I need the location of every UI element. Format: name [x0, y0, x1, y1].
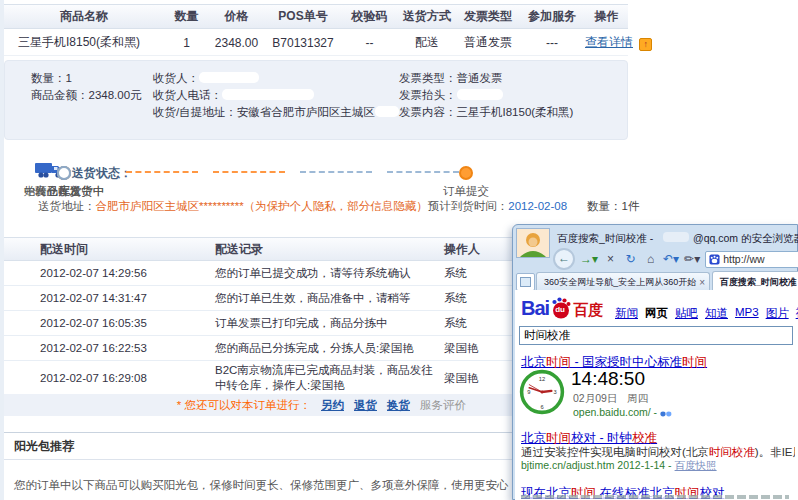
log-record: 您的商品已分拣完成，分拣人员:梁国艳 [200, 339, 436, 358]
new-tab-button[interactable] [516, 273, 535, 291]
redacted-value [375, 106, 399, 117]
actions-prompt: * 您还可以对本订单进行： [177, 398, 311, 413]
baidu-cache-link[interactable]: 百度快照 [675, 459, 717, 471]
privacy-note: （为保护个人隐私，部分信息隐藏） [244, 199, 428, 214]
forward-icon[interactable]: →▾ [580, 251, 598, 267]
order-table-header-cell: 参加服务 [519, 8, 585, 25]
baidu-nav-item[interactable]: 网页 [645, 306, 668, 321]
browser-viewport: Bai du 百度 新闻网页贴吧知道MP3图片视频 [515, 290, 798, 500]
package-quantity: 数量：1件 [587, 199, 639, 214]
log-time: 2012-02-07 16:29:08 [4, 372, 200, 384]
log-time: 2012-02-07 16:22:53 [4, 342, 200, 354]
qq-browser-window: 百度搜索_时间校准 - @qq.com 的安全浏览器 ←→▾×↻⌂↶▾✏▾ ht… [512, 224, 798, 500]
tracker-step-label: 订单提交 [406, 184, 526, 199]
baidu-nav-item[interactable]: 贴吧 [675, 306, 698, 321]
result-2-url: bjtime.cn/adjust.htm 2012-1-14 -百度快照 [521, 459, 717, 473]
order-table-header-cell: 数量 [164, 8, 209, 25]
browser-toolbar: ←→▾×↻⌂↶▾✏▾ http://ww [553, 249, 798, 269]
order-table-header-cell: 送货方式 [397, 8, 457, 25]
order-quantity: 数量：1 [31, 70, 142, 87]
new-tab-icon [520, 277, 531, 287]
consignee-phone-label: 收货人电话： [153, 89, 222, 101]
order-table-header-cell: POS单号 [264, 8, 342, 25]
clock-icon: 12 3 6 9 [519, 369, 565, 415]
view-details-link[interactable]: 查看详情 [585, 35, 633, 49]
brush-icon[interactable]: ✏▾ [684, 251, 700, 267]
window-title-right: @qq.com 的安全浏览器 [693, 232, 798, 246]
log-record: 您的订单已提交成功，请等待系统确认 [200, 264, 436, 283]
tab-360-nav[interactable]: 360安全网址导航_安全上网从360开始 × [536, 272, 710, 292]
tab-label: 360安全网址导航_安全上网从360开始 [544, 276, 696, 289]
log-time: 2012-02-07 14:29:56 [4, 267, 200, 279]
tracker-step-dot [57, 166, 71, 180]
result-2-description: 通过安装控件实现电脑时间校对(北京时间校准)。非IE用户下载时间校对软 [521, 445, 795, 460]
baidu-logo-cn: 百度 [573, 301, 603, 320]
address-bar[interactable]: http://ww [705, 251, 798, 268]
baidu-nav-item[interactable]: 知道 [705, 306, 728, 321]
check-code: -- [342, 36, 397, 50]
order-table-header-cell: 发票类型 [457, 8, 519, 25]
avatar-image [517, 229, 549, 257]
log-table-header-cell: 配送时间 [4, 241, 200, 258]
tracker-step-dot [459, 166, 473, 180]
tracker-connector [126, 171, 198, 173]
order-info-panel: 数量：1 商品金额：2348.00元 收货人： 收货人电话： 收货/自提地址：安… [4, 60, 628, 140]
log-table-header-cell: 配送记录 [200, 241, 436, 258]
refresh-icon[interactable]: ↻ [623, 251, 638, 267]
log-time: 2012-02-07 14:31:47 [4, 292, 200, 304]
home-icon[interactable]: ⌂ [643, 251, 658, 267]
order-action-link[interactable]: 换货 [387, 398, 410, 413]
svg-text:6: 6 [540, 404, 543, 410]
product-qty: 1 [164, 36, 209, 50]
search-input[interactable] [519, 326, 793, 345]
eta-label: 预计到货时间： [428, 200, 509, 212]
order-action-link[interactable]: 另约 [321, 398, 344, 413]
undo-icon[interactable]: ↶▾ [663, 251, 679, 267]
redacted-username [663, 232, 689, 242]
redacted-value [222, 89, 314, 100]
svg-text:3: 3 [553, 389, 556, 395]
ship-address-value: 合肥市庐阳区主城区********** [96, 199, 244, 214]
tab-baidu-search[interactable]: 百度搜索_时间校准 [712, 271, 798, 292]
order-table-header-cell: 价格 [209, 8, 264, 25]
pos-number: B70131327 [264, 36, 342, 50]
baidu-logo: Bai du 百度 [521, 296, 603, 320]
log-record: 订单发票已打印完成，商品分拣中 [200, 314, 436, 333]
invoice-type-line: 发票类型：普通发票 [399, 70, 573, 87]
baidu-nav-item[interactable]: 图片 [766, 306, 789, 321]
delivery-address: 收货/自提地址：安徽省合肥市庐阳区主城区 [153, 106, 375, 118]
order-amount: 商品金额：2348.00元 [31, 87, 142, 104]
close-icon[interactable]: × [699, 277, 705, 288]
baidu-nav: 新闻网页贴吧知道MP3图片视频 [615, 306, 798, 321]
baidu-paw-icon: du [550, 296, 572, 320]
product-price: 2348.00 [209, 36, 264, 50]
order-table-header-cell: 校验码 [342, 8, 397, 25]
back-icon[interactable]: ← [553, 248, 575, 270]
tracker-connector [300, 171, 372, 173]
window-title-left: 百度搜索_时间校准 - [557, 232, 653, 246]
user-avatar[interactable] [516, 228, 550, 258]
tab-bar: 360安全网址导航_安全上网从360开始 × 百度搜索_时间校准 [513, 271, 797, 292]
tab-label: 百度搜索_时间校准 [720, 276, 797, 289]
service-review-disabled: 服务评价 [420, 398, 466, 413]
order-table-row: 三星手机I8150(柔和黑) 1 2348.00 B70131327 -- 配送… [4, 30, 628, 56]
tracker-step: 已收货 [4, 166, 124, 199]
baidu-nav-item[interactable]: MP3 [735, 306, 759, 321]
svg-text:12: 12 [539, 376, 545, 382]
svg-text:9: 9 [527, 389, 530, 395]
order-table-header-cell: 商品名称 [4, 8, 164, 25]
order-action-link[interactable]: 退货 [354, 398, 377, 413]
stop-icon[interactable]: × [603, 251, 618, 267]
current-time: 14:48:50 [571, 368, 645, 390]
baidu-nav-item[interactable]: 新闻 [615, 306, 638, 321]
eta-date: 2012-02-08 [508, 200, 567, 212]
log-time: 2012-02-07 16:05:35 [4, 317, 200, 329]
delivery-method: 配送 [397, 34, 457, 51]
invoice-type: 普通发票 [457, 34, 519, 51]
ship-address-label: 送货地址： [38, 199, 96, 214]
order-table-header: 商品名称数量价格POS单号校验码送货方式发票类型参加服务操作 [4, 4, 628, 29]
link-icon[interactable] [660, 410, 672, 418]
tracker-step: 订单提交 [406, 166, 526, 199]
screenshot-root: 商品名称数量价格POS单号校验码送货方式发票类型参加服务操作 三星手机I8150… [0, 0, 798, 500]
delivery-tracker: 送货状态： 订单提交 始发仓库发货中 中转仓库发货中 商品配送中 已收货 送货地… [4, 150, 628, 226]
